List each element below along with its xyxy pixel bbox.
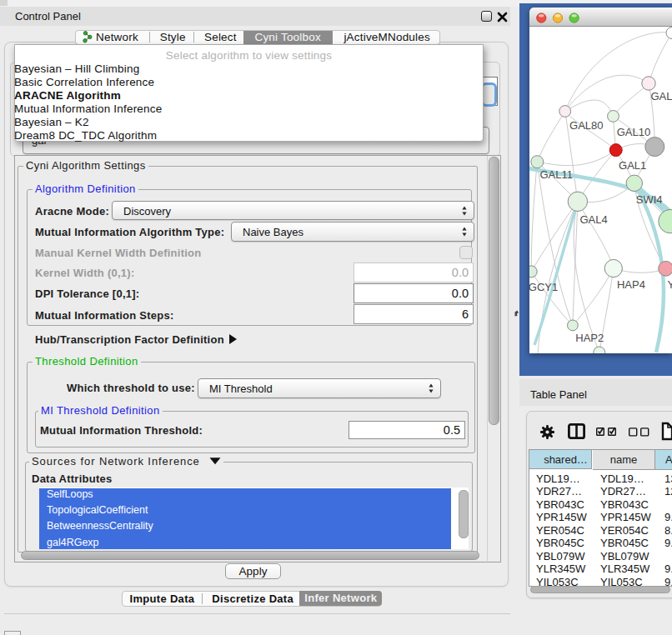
- svg-text:GAL4: GAL4: [579, 213, 607, 226]
- svg-text:GAL10: GAL10: [617, 126, 650, 138]
- svg-text:Y: Y: [667, 278, 672, 291]
- svg-text:GAL11: GAL11: [539, 168, 573, 181]
- svg-text:GAL1: GAL1: [619, 159, 646, 172]
- svg-text:HAP4: HAP4: [617, 278, 645, 291]
- svg-text:SWI4: SWI4: [636, 193, 663, 206]
- svg-text:HAP2: HAP2: [575, 332, 604, 344]
- svg-text:GAL80: GAL80: [569, 119, 603, 132]
- svg-text:GCY1: GCY1: [529, 281, 558, 293]
- svg-text:GAL7: GAL7: [650, 90, 672, 102]
